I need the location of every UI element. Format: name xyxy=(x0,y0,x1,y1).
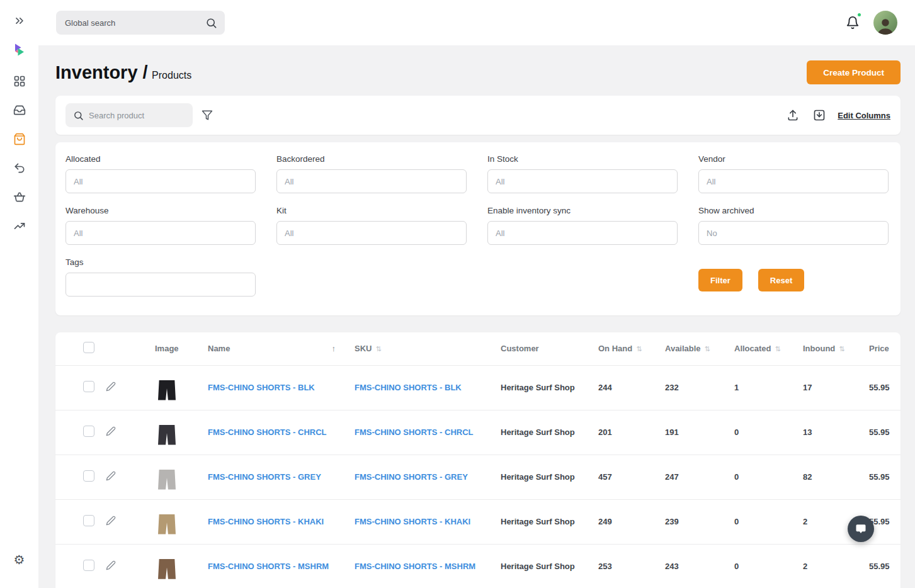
topbar-right xyxy=(843,11,897,35)
edit-product-button[interactable] xyxy=(106,560,116,570)
product-thumbnail xyxy=(157,375,176,400)
create-product-button[interactable]: Create Product xyxy=(807,60,901,84)
filter-toggle-button[interactable] xyxy=(202,110,213,121)
row-checkbox[interactable] xyxy=(83,515,94,526)
shopping-basket-icon xyxy=(13,191,26,203)
filter-apply-button[interactable]: Filter xyxy=(698,269,742,291)
product-name-link[interactable]: FMS-CHINO SHORTS - KHAKI xyxy=(208,517,324,526)
table-header-row: Image Name↑ SKU⇅ Customer On Hand⇅ Avail… xyxy=(55,332,901,365)
filter-field-backordered: Backordered xyxy=(276,154,467,193)
column-header-available[interactable]: Available⇅ xyxy=(665,332,734,365)
price-cell: 55.95 xyxy=(869,499,901,544)
notifications-button[interactable] xyxy=(843,13,862,32)
edit-product-button[interactable] xyxy=(106,382,116,392)
tags-filter-input[interactable] xyxy=(65,273,256,297)
allocated-filter-input[interactable] xyxy=(65,169,256,193)
warehouse-filter-input[interactable] xyxy=(65,221,256,245)
sidebar-item-settings[interactable]: ⚙ xyxy=(11,551,28,568)
global-search-input[interactable] xyxy=(65,18,205,28)
filter-label: Allocated xyxy=(65,154,256,164)
sidebar-item-returns[interactable] xyxy=(11,160,28,176)
product-name-link[interactable]: FMS-CHINO SHORTS - GREY xyxy=(208,472,321,482)
filter-label: Backordered xyxy=(276,154,467,164)
product-sku-link[interactable]: FMS-CHINO SHORTS - MSHRM xyxy=(355,562,475,571)
inbound-cell: 17 xyxy=(803,365,869,410)
customer-cell: Heritage Surf Shop xyxy=(501,499,598,544)
app-logo[interactable] xyxy=(11,42,28,58)
product-name-link[interactable]: FMS-CHINO SHORTS - BLK xyxy=(208,383,315,392)
filter-label: Vendor xyxy=(698,154,889,164)
product-sku-link[interactable]: FMS-CHINO SHORTS - BLK xyxy=(355,383,462,392)
filter-field-kit: Kit xyxy=(276,206,467,245)
filter-field-tags: Tags xyxy=(65,257,256,297)
product-sku-link[interactable]: FMS-CHINO SHORTS - KHAKI xyxy=(355,517,470,526)
filter-field-in-stock: In Stock xyxy=(487,154,678,193)
product-search[interactable] xyxy=(65,103,193,127)
global-search[interactable] xyxy=(56,11,225,35)
main-area: Inventory / Products Create Product xyxy=(38,0,915,588)
product-sku-link[interactable]: FMS-CHINO SHORTS - CHRCL xyxy=(355,427,474,437)
sort-asc-icon: ↑ xyxy=(332,344,336,353)
edit-columns-link[interactable]: Edit Columns xyxy=(838,111,890,120)
column-header-allocated[interactable]: Allocated⇅ xyxy=(734,332,803,365)
user-avatar[interactable] xyxy=(873,11,897,35)
inventory-sync-filter-input[interactable] xyxy=(487,221,678,245)
column-header-sku[interactable]: SKU⇅ xyxy=(355,332,501,365)
row-checkbox[interactable] xyxy=(83,470,94,482)
price-cell: 55.95 xyxy=(869,544,901,588)
sidebar-item-purchases[interactable] xyxy=(11,189,28,205)
show-archived-filter-input[interactable] xyxy=(698,221,889,245)
column-header-on-hand[interactable]: On Hand⇅ xyxy=(598,332,665,365)
row-checkbox[interactable] xyxy=(83,381,94,392)
products-table-card: Image Name↑ SKU⇅ Customer On Hand⇅ Avail… xyxy=(55,332,901,588)
sidebar-item-inventory[interactable] xyxy=(11,131,28,147)
sidebar-expand-button[interactable] xyxy=(11,13,28,29)
column-header-name[interactable]: Name↑ xyxy=(208,332,355,365)
table-toolbar: Edit Columns xyxy=(55,96,901,135)
edit-product-button[interactable] xyxy=(106,426,116,436)
price-cell: 55.95 xyxy=(869,455,901,499)
notification-dot xyxy=(856,12,862,18)
chat-widget-button[interactable] xyxy=(848,516,874,542)
product-thumbnail xyxy=(157,465,176,490)
export-button[interactable] xyxy=(785,107,801,123)
sidebar-item-reports[interactable] xyxy=(11,218,28,234)
import-button[interactable] xyxy=(811,107,827,123)
sidebar-item-inbox[interactable] xyxy=(11,102,28,118)
select-all-checkbox[interactable] xyxy=(83,342,94,353)
product-sku-link[interactable]: FMS-CHINO SHORTS - GREY xyxy=(355,472,468,482)
pencil-icon xyxy=(106,382,116,392)
product-name-link[interactable]: FMS-CHINO SHORTS - MSHRM xyxy=(208,562,329,571)
table-row: FMS-CHINO SHORTS - GREY FMS-CHINO SHORTS… xyxy=(55,455,901,499)
table-row: FMS-CHINO SHORTS - KHAKI FMS-CHINO SHORT… xyxy=(55,499,901,544)
kit-filter-input[interactable] xyxy=(276,221,467,245)
edit-product-button[interactable] xyxy=(106,516,116,526)
vendor-filter-input[interactable] xyxy=(698,169,889,193)
on-hand-cell: 244 xyxy=(598,365,665,410)
apps-grid-icon xyxy=(13,75,26,88)
filter-label: Tags xyxy=(65,257,256,267)
filter-reset-button[interactable]: Reset xyxy=(758,269,804,291)
available-cell: 232 xyxy=(665,365,734,410)
pencil-icon xyxy=(106,560,116,570)
inbox-icon xyxy=(13,104,26,116)
available-cell: 243 xyxy=(665,544,734,588)
in-stock-filter-input[interactable] xyxy=(487,169,678,193)
column-header-customer: Customer xyxy=(501,332,598,365)
table-row: FMS-CHINO SHORTS - BLK FMS-CHINO SHORTS … xyxy=(55,365,901,410)
product-search-input[interactable] xyxy=(89,111,185,120)
sidebar-item-dashboard[interactable] xyxy=(11,73,28,89)
row-checkbox[interactable] xyxy=(83,426,94,437)
product-name-link[interactable]: FMS-CHINO SHORTS - CHRCL xyxy=(208,427,327,437)
toolbar-actions: Edit Columns xyxy=(785,107,890,123)
filter-field-inventory-sync: Enable inventory sync xyxy=(487,206,678,245)
row-checkbox[interactable] xyxy=(83,560,94,571)
breadcrumb: Inventory / Products xyxy=(55,62,191,83)
backordered-filter-input[interactable] xyxy=(276,169,467,193)
chevrons-right-icon xyxy=(13,14,26,27)
brand-logo-icon xyxy=(12,42,27,57)
customer-cell: Heritage Surf Shop xyxy=(501,544,598,588)
column-header-inbound[interactable]: Inbound⇅ xyxy=(803,332,869,365)
allocated-cell: 0 xyxy=(734,499,803,544)
edit-product-button[interactable] xyxy=(106,471,116,481)
